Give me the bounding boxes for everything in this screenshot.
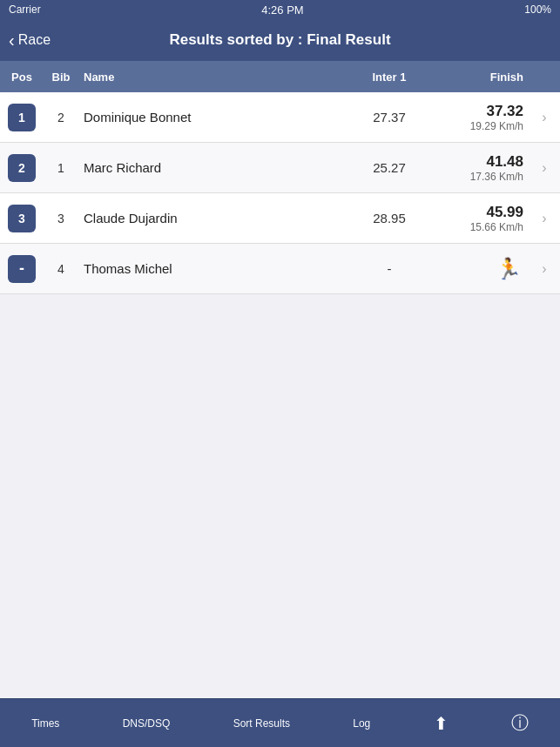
header-name: Name [78, 71, 346, 84]
header-inter1: Inter 1 [346, 71, 433, 84]
pos-badge: 2 [8, 154, 36, 182]
row-chevron-icon: › [529, 211, 560, 226]
toolbar-dns-dsq[interactable]: DNS/DSQ [123, 717, 171, 730]
toolbar-sort-results-label: Sort Results [233, 717, 290, 730]
toolbar-upload[interactable]: ⬆ [434, 713, 449, 734]
name-cell: Marc Richard [78, 160, 346, 175]
status-bar: Carrier 4:26 PM 100% [0, 0, 560, 19]
toolbar-log-label: Log [353, 717, 370, 730]
toolbar-info[interactable]: ⓘ [511, 711, 529, 735]
pos-badge: - [8, 255, 36, 283]
inter1-cell: 28.95 [346, 211, 433, 225]
toolbar-sort-results[interactable]: Sort Results [233, 717, 290, 730]
name-cell: Dominique Bonnet [78, 110, 346, 124]
name-cell: Claude Dujardin [78, 211, 346, 225]
time-label: 4:26 PM [261, 3, 303, 17]
pos-cell: 2 [0, 149, 44, 187]
nav-title: Results sorted by : Final Result [169, 31, 390, 49]
bib-cell: 2 [44, 111, 78, 124]
toolbar-dns-dsq-label: DNS/DSQ [123, 717, 171, 730]
bib-cell: 4 [44, 262, 78, 276]
back-label: Race [18, 32, 51, 48]
table-row[interactable]: - 4 Thomas Michel - 🏃 › [0, 244, 560, 294]
table-row[interactable]: 3 3 Claude Dujardin 28.95 45.99 15.66 Km… [0, 193, 560, 244]
info-icon: ⓘ [511, 711, 529, 735]
pos-cell: 3 [0, 199, 44, 238]
header-bib: Bib [44, 71, 78, 84]
finish-cell: 45.99 15.66 Km/h [433, 204, 529, 233]
finish-speed: 19.29 Km/h [438, 120, 523, 132]
bib-cell: 3 [44, 212, 78, 225]
row-chevron-icon: › [529, 261, 560, 277]
battery-label: 100% [524, 3, 551, 16]
back-button[interactable]: ‹ Race [9, 31, 51, 49]
toolbar-times[interactable]: Times [31, 717, 59, 730]
toolbar-times-label: Times [31, 717, 59, 730]
upload-icon: ⬆ [434, 713, 449, 734]
empty-area [0, 395, 560, 698]
finish-time: 41.48 [438, 153, 523, 171]
header-pos: Pos [0, 71, 44, 84]
inter1-cell: - [346, 261, 433, 276]
name-cell: Thomas Michel [78, 261, 346, 276]
table-row[interactable]: 1 2 Dominique Bonnet 27.37 37.32 19.29 K… [0, 92, 560, 143]
carrier-label: Carrier [9, 3, 41, 16]
table-header: Pos Bib Name Inter 1 Finish [0, 61, 560, 92]
running-icon: 🏃 [438, 257, 523, 281]
table-body: 1 2 Dominique Bonnet 27.37 37.32 19.29 K… [0, 92, 560, 395]
toolbar: Times DNS/DSQ Sort Results Log ⬆ ⓘ [0, 698, 560, 747]
inter1-cell: 25.27 [346, 160, 433, 175]
back-chevron-icon: ‹ [9, 31, 15, 49]
inter1-cell: 27.37 [346, 110, 433, 124]
toolbar-log[interactable]: Log [353, 717, 370, 730]
finish-speed: 15.66 Km/h [438, 221, 523, 233]
row-chevron-icon: › [529, 160, 560, 176]
table-row[interactable]: 2 1 Marc Richard 25.27 41.48 17.36 Km/h … [0, 143, 560, 193]
bib-cell: 1 [44, 161, 78, 175]
header-finish: Finish [433, 71, 529, 84]
nav-bar: ‹ Race Results sorted by : Final Result [0, 19, 560, 61]
finish-cell: 🏃 [433, 257, 529, 281]
finish-speed: 17.36 Km/h [438, 171, 523, 183]
finish-cell: 41.48 17.36 Km/h [433, 153, 529, 183]
finish-cell: 37.32 19.29 Km/h [433, 103, 529, 132]
pos-badge: 3 [8, 205, 36, 232]
finish-time: 45.99 [438, 204, 523, 221]
pos-badge: 1 [8, 104, 36, 131]
pos-cell: - [0, 250, 44, 288]
finish-time: 37.32 [438, 103, 523, 120]
row-chevron-icon: › [529, 110, 560, 125]
pos-cell: 1 [0, 98, 44, 137]
